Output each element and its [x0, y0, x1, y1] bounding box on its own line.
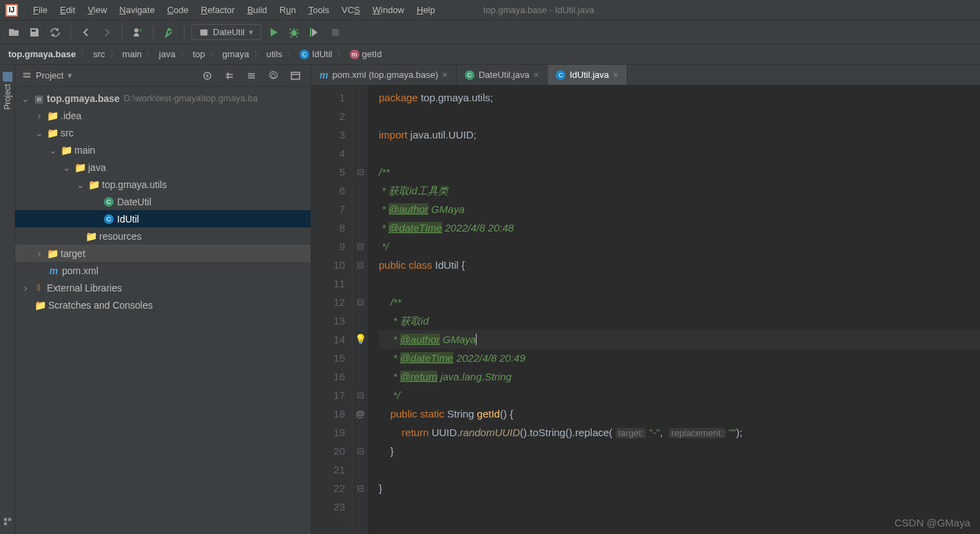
structure-tool-tab[interactable]	[3, 517, 12, 528]
line-numbers: 1234567891011121314151617181920212223	[311, 85, 353, 534]
project-tool-icon	[3, 72, 12, 81]
hide-panel-icon[interactable]	[287, 68, 304, 84]
watermark: CSDN @GMaya	[895, 517, 970, 528]
crumb-gmaya[interactable]: gmaya	[220, 49, 252, 59]
run-config-label: DateUtil	[213, 27, 244, 37]
crumb-src[interactable]: src	[90, 49, 107, 59]
crumb-java[interactable]: java	[156, 49, 178, 59]
stop-icon[interactable]	[327, 24, 344, 41]
override-icon[interactable]: @	[355, 404, 364, 423]
menu-bar: IJ File Edit View Navigate Code Refactor…	[0, 0, 980, 21]
svg-rect-5	[8, 518, 10, 521]
crumb-module[interactable]: top.gmaya.base	[6, 49, 79, 59]
svg-rect-3	[332, 29, 339, 36]
build-icon[interactable]	[160, 24, 177, 41]
tab-pom[interactable]: mpom.xml (top.gmaya.base)×	[311, 65, 457, 85]
project-view-selector[interactable]: Project ▾	[22, 70, 195, 81]
editor-tabs: mpom.xml (top.gmaya.base)× CDateUtil.jav…	[311, 65, 980, 85]
svg-rect-6	[3, 522, 6, 525]
menu-help[interactable]: Help	[411, 3, 441, 17]
menu-run[interactable]: Run	[274, 3, 302, 17]
intention-bulb-icon[interactable]: 💡	[355, 330, 366, 349]
tree-java[interactable]: ⌄📁java	[15, 158, 311, 176]
menu-edit[interactable]: Edit	[54, 3, 81, 17]
expand-all-icon[interactable]	[221, 68, 238, 84]
back-icon[interactable]	[78, 24, 94, 41]
code-content[interactable]: package top.gmaya.utils; import java.uti…	[368, 85, 980, 534]
close-icon[interactable]: ×	[613, 70, 618, 80]
locate-icon[interactable]	[199, 68, 216, 84]
menu-refactor[interactable]: Refactor	[196, 3, 240, 17]
crumb-main[interactable]: main	[120, 49, 145, 59]
code-editor[interactable]: 1234567891011121314151617181920212223 ⊟ …	[311, 85, 980, 534]
menu-file[interactable]: File	[28, 3, 53, 17]
tree-main[interactable]: ⌄📁main	[15, 141, 311, 158]
svg-rect-11	[291, 72, 300, 79]
tree-target[interactable]: ›📁target	[15, 245, 311, 262]
project-panel: Project ▾ ⌄▣top.gmaya.baseD:\work\test-g…	[15, 65, 311, 534]
svg-point-10	[207, 75, 208, 76]
editor-area: mpom.xml (top.gmaya.base)× CDateUtil.jav…	[311, 65, 980, 534]
run-with-icon[interactable]	[129, 24, 146, 41]
tree-resources[interactable]: ›📁resources	[15, 227, 311, 245]
tree-idutil[interactable]: CIdUtil	[15, 210, 311, 227]
tab-idutil[interactable]: CIdUtil.java×	[548, 65, 627, 85]
save-icon[interactable]	[26, 24, 43, 41]
tool-window-tabs: Project	[0, 65, 15, 534]
sync-icon[interactable]	[47, 24, 63, 41]
settings-gear-icon[interactable]	[265, 68, 282, 84]
crumb-method[interactable]: mgetId	[347, 49, 385, 60]
main-toolbar: DateUtil ▾	[0, 21, 980, 44]
tab-dateutil[interactable]: CDateUtil.java×	[457, 65, 548, 85]
coverage-icon[interactable]	[306, 24, 323, 41]
chevron-down-icon: ▾	[249, 27, 253, 37]
class-icon: C	[465, 70, 475, 80]
tree-dateutil[interactable]: CDateUtil	[15, 193, 311, 210]
collapse-all-icon[interactable]	[243, 68, 260, 84]
project-tree[interactable]: ⌄▣top.gmaya.baseD:\work\test-gmaya\top.g…	[15, 87, 311, 534]
run-icon[interactable]	[265, 24, 282, 41]
app-logo-icon: IJ	[6, 4, 18, 17]
menu-build[interactable]: Build	[242, 3, 273, 17]
menu-navigate[interactable]: Navigate	[114, 3, 160, 17]
menu-code[interactable]: Code	[162, 3, 194, 17]
tree-pkg[interactable]: ⌄📁top.gmaya.utils	[15, 176, 311, 193]
open-icon[interactable]	[6, 24, 22, 41]
window-title: top.gmaya.base - IdUtil.java	[483, 5, 594, 15]
tree-idea[interactable]: ›📁.idea	[15, 107, 311, 124]
svg-rect-1	[200, 29, 208, 35]
svg-point-2	[291, 30, 297, 36]
debug-icon[interactable]	[286, 24, 302, 41]
menu-tools[interactable]: Tools	[303, 3, 335, 17]
close-icon[interactable]: ×	[534, 70, 539, 80]
forward-icon[interactable]	[98, 24, 115, 41]
tree-pom[interactable]: mpom.xml	[15, 262, 311, 279]
tree-scratches[interactable]: 📁Scratches and Consoles	[15, 296, 311, 314]
menu-vcs[interactable]: VCS	[336, 3, 366, 17]
tree-ext-libs[interactable]: ›⫴External Libraries	[15, 279, 311, 296]
tree-src[interactable]: ⌄📁src	[15, 124, 311, 141]
project-tool-tab[interactable]: Project	[1, 68, 14, 114]
svg-rect-4	[3, 518, 6, 521]
maven-icon: m	[320, 70, 328, 81]
run-config-selector[interactable]: DateUtil ▾	[191, 24, 261, 40]
gutter-icons: ⊟ ⊟⊟ ⊟ 💡 ⊟ @ ⊟⊟	[353, 85, 368, 534]
crumb-top[interactable]: top	[190, 49, 208, 59]
crumb-utils[interactable]: utils	[264, 49, 285, 59]
tree-root[interactable]: ⌄▣top.gmaya.baseD:\work\test-gmaya\top.g…	[15, 90, 311, 107]
class-icon: C	[556, 70, 565, 80]
breadcrumb-bar: top.gmaya.base〉 src〉 main〉 java〉 top〉 gm…	[0, 44, 980, 65]
menu-window[interactable]: Window	[367, 3, 410, 17]
svg-point-0	[134, 28, 138, 32]
project-panel-header: Project ▾	[15, 65, 311, 87]
close-icon[interactable]: ×	[442, 70, 448, 80]
svg-rect-7	[23, 72, 31, 74]
crumb-class[interactable]: CIdUtil	[297, 49, 335, 60]
menu-view[interactable]: View	[82, 3, 112, 17]
svg-rect-8	[23, 76, 31, 78]
